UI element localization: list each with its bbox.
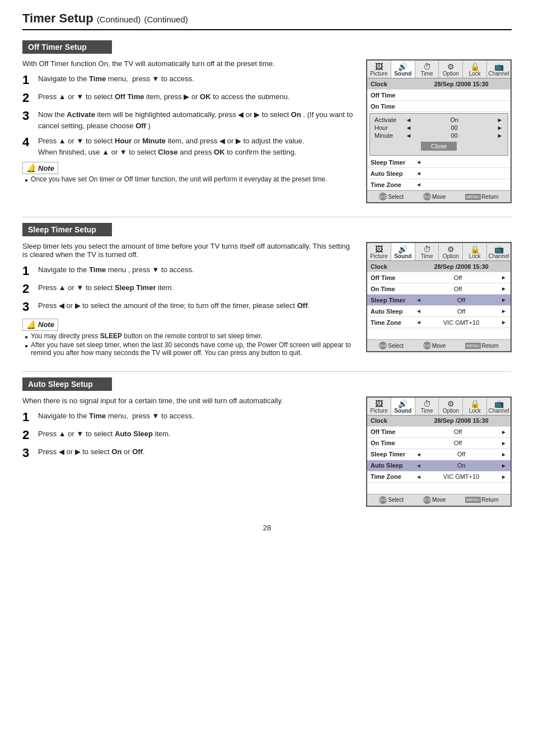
step-1-off: 1 Navigate to the Time menu, press ▼ to … xyxy=(22,73,355,87)
tab-option-2: ⚙Option xyxy=(439,243,463,260)
tab-channel-2: 📺Channel xyxy=(487,243,510,260)
tab-lock-2: 🔒Lock xyxy=(463,243,487,260)
tab-lock: 🔒Lock xyxy=(463,60,487,78)
sleep-timer-row-3: Sleep Timer ◄ Off ► xyxy=(367,449,510,460)
page-title: Timer Setup (Continued) (Continued) xyxy=(22,11,512,30)
time-zone-row-3: Time Zone ◄ VIC GMT+10 ► xyxy=(367,472,510,483)
step-2-sleep: 2 Press ▲ or ▼ to select Sleep Timer ite… xyxy=(22,282,355,296)
tab-sound-3: 🔊Sound xyxy=(391,398,415,415)
section-sleep-timer: Sleep Timer Setup Sleep timer lets you s… xyxy=(22,223,512,358)
off-time-row-2: Off Time Off ► xyxy=(367,272,510,283)
close-button[interactable]: Close xyxy=(421,142,457,151)
clock-row-2: Clock 28/Sep /2008 15:30 xyxy=(367,261,510,272)
footer-select-2: ⊙⊙Select xyxy=(379,342,404,349)
step-1-auto: 1 Navigate to the Time menu, press ▼ to … xyxy=(22,410,355,424)
sleep-timer-intro: Sleep timer lets you select the amount o… xyxy=(22,242,355,259)
step-4-off: 4 Press ▲ or ▼ to select Hour or Minute … xyxy=(22,136,355,157)
tv-menu-off-timer: 🖼Picture 🔊Sound ⏱Time ⚙Option 🔒Lock 📺Cha… xyxy=(366,59,512,203)
tab-channel: 📺Channel xyxy=(487,60,510,78)
auto-sleep-row-3: Auto Sleep ◄ On ► xyxy=(367,460,510,472)
tv-menu-auto-sleep: 🖼Picture 🔊Sound ⏱Time ⚙Option 🔒Lock 📺Cha… xyxy=(366,396,512,507)
continued-label: (Continued) xyxy=(144,15,188,24)
footer-move-2: ⊙⊙Move xyxy=(423,342,446,349)
clock-row-3: Clock 28/Sep /2008 15:30 xyxy=(367,416,510,427)
step-2-auto: 2 Press ▲ or ▼ to select Auto Sleep item… xyxy=(22,428,355,442)
step-2-off: 2 Press ▲ or ▼ to select Off Time item, … xyxy=(22,91,355,105)
on-time-row-2: On Time Off ► xyxy=(367,283,510,295)
tab-channel-3: 📺Channel xyxy=(487,398,510,415)
off-time-row: Off Time xyxy=(367,90,510,101)
off-time-row-3: Off Time Off ► xyxy=(367,427,510,438)
on-time-row-3: On Time Off ► xyxy=(367,438,510,449)
off-timer-intro: With Off Timer function On, the TV will … xyxy=(22,59,355,68)
time-zone-row: Time Zone ◄ xyxy=(367,179,510,190)
tab-lock-3: 🔒Lock xyxy=(463,398,487,415)
step-3-sleep: 3 Press ◀ or ▶ to select the amount of t… xyxy=(22,300,355,314)
section-header-sleep-timer: Sleep Timer Setup xyxy=(22,223,112,236)
footer-return: MENUReturn xyxy=(465,193,499,200)
tab-picture-3: 🖼Picture xyxy=(367,398,391,415)
tab-time-3: ⏱Time xyxy=(415,398,439,415)
time-zone-row-2: Time Zone ◄ VIC GMT+10 ► xyxy=(367,317,510,328)
tab-picture: 🖼Picture xyxy=(367,60,391,78)
footer-move-3: ⊙⊙Move xyxy=(423,496,446,504)
tab-time: ⏱Time xyxy=(415,60,439,78)
sleep-timer-row-2: Sleep Timer ◄ Off ► xyxy=(367,295,510,306)
footer-select: ⊙⊙Select xyxy=(379,193,404,200)
title-text: Timer Setup xyxy=(22,11,93,25)
tv-menu-sleep-timer: 🖼Picture 🔊Sound ⏱Time ⚙Option 🔒Lock 📺Cha… xyxy=(366,242,512,352)
footer-return-2: MENUReturn xyxy=(465,342,499,349)
sleep-timer-row: Sleep Timer ◄ xyxy=(367,157,510,168)
tab-sound: 🔊Sound xyxy=(391,60,415,78)
auto-sleep-row-2: Auto Sleep ◄ Off ► xyxy=(367,306,510,317)
tab-picture-2: 🖼Picture xyxy=(367,243,391,260)
step-3-off: 3 Now the Activate item will be highligh… xyxy=(22,109,355,131)
on-time-row: On Time xyxy=(367,101,510,112)
section-off-timer: Off Timer Setup With Off Timer function … xyxy=(22,40,512,203)
footer-move: ⊙⊙Move xyxy=(423,193,446,200)
step-1-sleep: 1 Navigate to the Time menu , press ▼ to… xyxy=(22,264,355,278)
continued-text: (Continued) xyxy=(97,15,140,24)
section-auto-sleep: Auto Sleep Setup When there is no signal… xyxy=(22,377,512,507)
tab-time-2: ⏱Time xyxy=(415,243,439,260)
tab-sound-2: 🔊Sound xyxy=(391,243,415,260)
auto-sleep-row: Auto Sleep ◄ xyxy=(367,168,510,179)
tab-option-3: ⚙Option xyxy=(439,398,463,415)
section-header-auto-sleep: Auto Sleep Setup xyxy=(22,377,112,391)
submenu-off-timer: Activate ◄ On ► Hour ◄ 00 ► Minute ◄ xyxy=(369,113,508,156)
footer-select-3: ⊙⊙Select xyxy=(379,496,404,504)
note-off-timer: 🔔Note ● Once you have set On timer or Of… xyxy=(22,162,355,183)
footer-return-3: MENUReturn xyxy=(465,496,499,504)
note-sleep-timer: 🔔Note ● You may directly press SLEEP but… xyxy=(22,319,355,357)
step-3-auto: 3 Press ◀ or ▶ to select On or Off. xyxy=(22,446,355,460)
auto-sleep-intro: When there is no signal input for a cert… xyxy=(22,396,355,405)
clock-row: Clock 28/Sep /2008 15:30 xyxy=(367,78,510,90)
tab-option: ⚙Option xyxy=(439,60,463,78)
section-header-off-timer: Off Timer Setup xyxy=(22,40,112,54)
page-number: 28 xyxy=(22,524,512,532)
